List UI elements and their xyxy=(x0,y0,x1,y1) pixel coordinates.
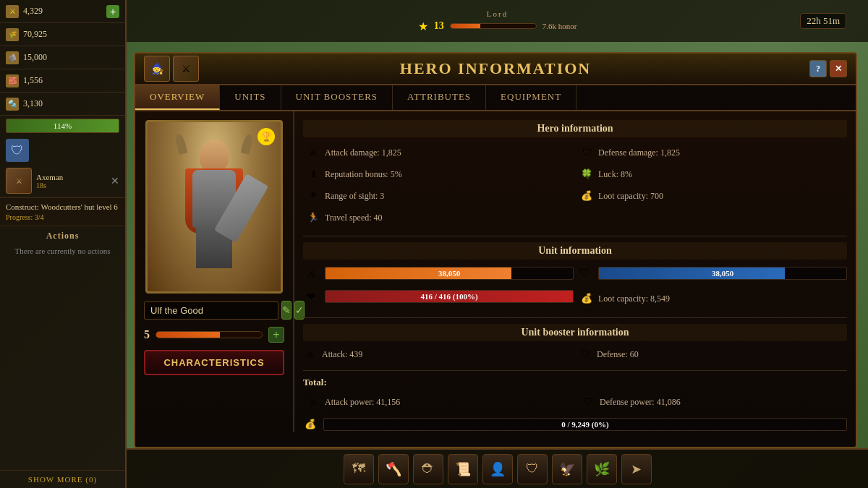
unit-defense-icon: 🛡 xyxy=(576,265,592,281)
total-label: Total: xyxy=(303,377,847,388)
booster-defense-text: Defense: 60 xyxy=(597,349,639,360)
unit-health-value: 416 / 416 (100%) xyxy=(326,291,573,302)
attack-icon: ⚔ xyxy=(306,145,320,160)
unit-loot-text: Loot capacity: 8,549 xyxy=(598,294,670,304)
unit-loot-icon: 💰 xyxy=(579,291,594,306)
booster-section: Unit booster information ⚔ Attack: 439 🛡… xyxy=(303,324,847,361)
toolbar-axe-button[interactable]: 🪓 xyxy=(378,454,409,484)
booster-attack-icon: ⚔ xyxy=(303,347,318,361)
speed-icon: 🏃 xyxy=(306,210,320,225)
unit-close-button[interactable]: ✕ xyxy=(111,175,119,187)
food-icon: 🌾 xyxy=(6,28,19,41)
horn-left xyxy=(174,133,188,155)
reputation-icon: ℹ xyxy=(306,167,320,181)
honor-fill xyxy=(451,24,480,28)
unit-item[interactable]: ⚔ Axeman 18s ✕ xyxy=(0,165,125,197)
booster-header: Unit booster information xyxy=(303,324,847,341)
travel-speed-text: Travel speed: 40 xyxy=(325,213,383,223)
level-number: 5 xyxy=(144,328,150,341)
unit-defense-bar-row: 🛡 38,050 xyxy=(576,265,847,281)
resource-row-food: 🌾 70,925 xyxy=(0,23,125,46)
stat-range: 👁 Range of sight: 3 xyxy=(303,187,574,205)
tab-attributes[interactable]: Attributes xyxy=(393,85,486,110)
toolbar-scroll-button[interactable]: 📜 xyxy=(448,454,478,484)
stone-icon: 🪨 xyxy=(6,51,19,64)
close-button[interactable]: ✕ xyxy=(830,60,847,77)
help-button[interactable]: ? xyxy=(809,60,827,77)
luck-text: Luck: 8% xyxy=(598,169,632,180)
rank-number: 13 xyxy=(434,20,444,32)
resource-row-gold: ⚔ 4,329 + xyxy=(0,0,125,23)
hero-avatar-2[interactable]: ⚔ xyxy=(173,56,199,82)
unit-health-icon: ❤ xyxy=(303,288,319,304)
horn-right xyxy=(241,133,255,155)
iron-icon: 🔩 xyxy=(6,98,19,111)
resource-row-wood: 🧱 1,556 xyxy=(0,69,125,93)
unit-avatar: ⚔ xyxy=(6,168,32,194)
toolbar-arrow-button[interactable]: ➤ xyxy=(621,454,652,484)
unit-attack-icon: ⚔ xyxy=(303,265,319,281)
tab-equipment[interactable]: Equipment xyxy=(486,85,576,110)
total-attack-text: Attack power: 41,156 xyxy=(325,397,400,408)
hero-name-input[interactable] xyxy=(144,301,278,320)
tab-units[interactable]: Units xyxy=(220,85,281,110)
hero-figure xyxy=(171,132,258,291)
hero-portrait: 🏆 xyxy=(145,120,283,294)
rank-star-icon: ★ xyxy=(418,20,428,33)
toolbar-shield-button[interactable]: 🛡 xyxy=(517,454,548,484)
hero-right-panel: Hero information ⚔ Attack damage: 1,825 … xyxy=(294,111,856,432)
timer-display: 22h 51m xyxy=(800,13,846,29)
unit-timer: 18s xyxy=(36,181,106,189)
lord-title: Lord xyxy=(487,9,508,18)
toolbar-bird-button[interactable]: 🦅 xyxy=(552,454,582,484)
add-gold-button[interactable]: + xyxy=(106,5,119,18)
unit-attack-bar: 38,050 xyxy=(325,267,574,280)
hero-stats-grid: ⚔ Attack damage: 1,825 🛡 Defense damage:… xyxy=(303,143,847,227)
unit-defense-value: 38,050 xyxy=(599,267,846,279)
stat-luck: 🍀 Luck: 8% xyxy=(576,165,847,184)
level-fill xyxy=(156,332,220,338)
toolbar-person-button[interactable]: 👤 xyxy=(482,454,513,484)
dialog-content: 🏆 ✎ ✓ 5 + Characteristics Hero informati… xyxy=(135,111,856,432)
unit-name: Axeman xyxy=(36,173,106,181)
dialog-controls: ? ✕ xyxy=(809,60,847,77)
top-bar: Lord ★ 13 7.6k honor 22h 51m xyxy=(127,0,868,42)
unit-bars-grid: ⚔ 38,050 🛡 38,050 xyxy=(303,265,847,309)
toolbar-map-button[interactable]: 🗺 xyxy=(344,454,374,484)
honor-text: 7.6k honor xyxy=(542,22,577,30)
stat-defense-damage: 🛡 Defense damage: 1,825 xyxy=(576,143,847,162)
characteristics-button[interactable]: Characteristics xyxy=(144,350,284,375)
total-grid: ⚔ Attack power: 41,156 🛡 Defense power: … xyxy=(303,393,847,411)
resource-row-stone: 🪨 15,000 xyxy=(0,46,125,69)
booster-grid: ⚔ Attack: 439 🛡 Defense: 60 xyxy=(303,347,847,361)
defense-damage-text: Defense damage: 1,825 xyxy=(598,147,680,158)
tab-bar: Overview Units Unit Boosters Attributes … xyxy=(135,85,856,111)
hero-info-header: Hero information xyxy=(303,120,847,137)
actions-title: Actions xyxy=(6,231,119,241)
wood-value: 1,556 xyxy=(23,75,119,86)
loot-icon: 💰 xyxy=(579,189,594,203)
honor-bar xyxy=(450,23,537,29)
total-loot-bar: 0 / 9,249 (0%) xyxy=(323,418,847,431)
construct-item: Construct: Woodcutters' hut level 6 Prog… xyxy=(0,197,125,226)
range-icon: 👁 xyxy=(306,189,320,203)
tab-unit-boosters[interactable]: Unit Boosters xyxy=(281,85,393,110)
toolbar-helmet-button[interactable]: ⛑ xyxy=(413,454,443,484)
stat-travel-speed: 🏃 Travel speed: 40 xyxy=(303,208,574,227)
hero-avatar-1[interactable]: 🧙 xyxy=(144,56,170,82)
unit-info-section: Unit information ⚔ 38,050 🛡 xyxy=(303,242,847,309)
total-attack-icon: ⚔ xyxy=(306,395,320,409)
edit-name-button[interactable]: ✎ xyxy=(281,301,292,320)
gold-value: 4,329 xyxy=(23,6,102,17)
total-loot-icon: 💰 xyxy=(303,417,318,432)
unit-defense-bar: 38,050 xyxy=(598,267,847,280)
tab-overview[interactable]: Overview xyxy=(135,85,220,110)
level-plus-button[interactable]: + xyxy=(268,327,284,343)
loot-capacity-text: Loot capacity: 700 xyxy=(598,191,663,202)
show-more-button[interactable]: Show more (0) xyxy=(0,470,125,488)
toolbar-leaf-button[interactable]: 🌿 xyxy=(587,454,617,484)
food-value: 70,925 xyxy=(23,29,119,40)
dialog-title-bar: 🧙 ⚔ Hero Information ? ✕ xyxy=(135,53,856,85)
sidebar-shield-row: 🛡 xyxy=(0,136,125,165)
range-text: Range of sight: 3 xyxy=(325,191,384,202)
